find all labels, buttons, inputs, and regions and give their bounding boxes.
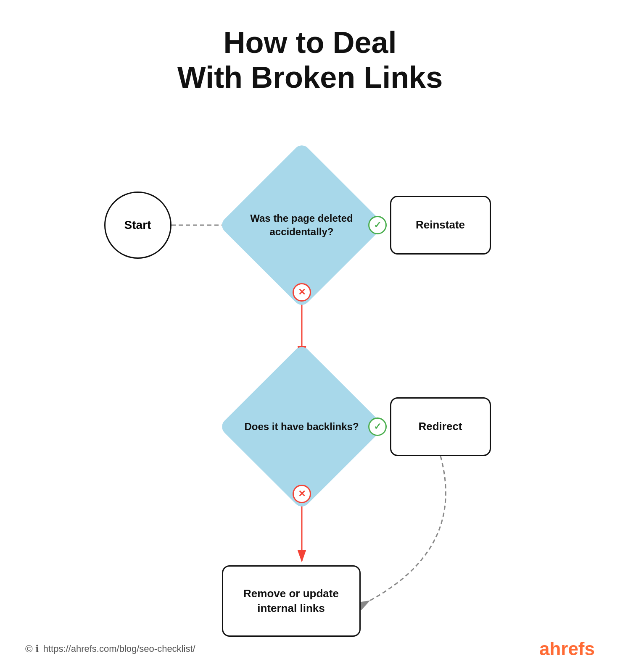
footer-icons: © ℹ	[25, 643, 39, 655]
yes-icon-2: ✓	[368, 417, 387, 436]
cc-icon: ©	[25, 643, 33, 655]
no-icon-2: ✕	[293, 485, 311, 503]
diamond-2-label: Does it have backlinks?	[243, 368, 361, 486]
diamond-1-label: Was the page deleted accidentally?	[243, 166, 361, 284]
reinstate-box: Reinstate	[390, 196, 491, 255]
footer-left: © ℹ https://ahrefs.com/blog/seo-checklis…	[25, 643, 195, 655]
remove-box: Remove or update internal links	[222, 565, 361, 637]
start-node: Start	[104, 192, 171, 259]
redirect-box: Redirect	[390, 397, 491, 456]
footer: © ℹ https://ahrefs.com/blog/seo-checklis…	[0, 638, 620, 659]
footer-url: https://ahrefs.com/blog/seo-checklist/	[43, 643, 195, 654]
diagram-area: Start ✓ ✕ ✓ ✕ Was the page deleted accid…	[79, 108, 541, 672]
ahrefs-logo: ahrefs	[539, 638, 595, 659]
page-title: How to Deal With Broken Links	[177, 25, 443, 95]
yes-icon-1: ✓	[368, 216, 387, 234]
no-icon-1: ✕	[293, 283, 311, 302]
info-icon: ℹ	[35, 643, 39, 655]
